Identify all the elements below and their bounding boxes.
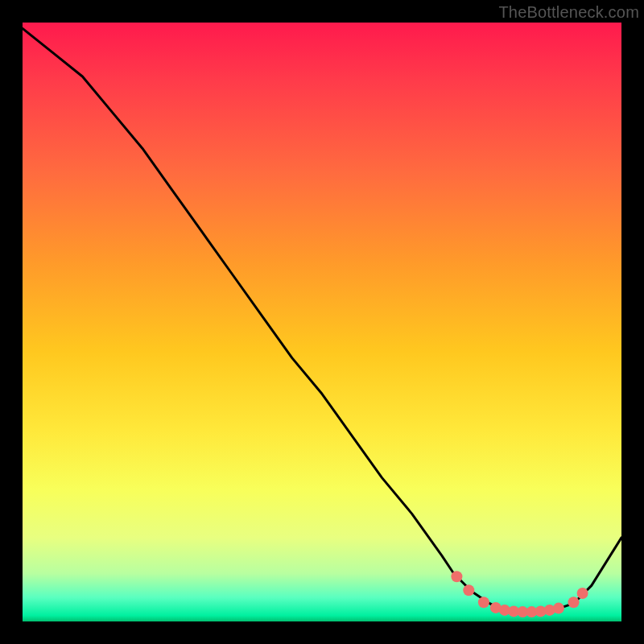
chart-svg [23,23,621,621]
highlight-dot [577,588,588,599]
watermark-text: TheBottleneck.com [498,3,639,22]
highlight-dot [568,597,580,608]
chart-frame: TheBottleneck.com [0,0,644,644]
highlight-dot [478,597,489,608]
curve-line [23,28,621,612]
highlight-dots [451,571,588,617]
highlight-dot [451,571,462,582]
highlight-dot [553,603,564,614]
plot-area [23,23,621,621]
curve-path [23,28,621,612]
highlight-dot [463,584,474,596]
